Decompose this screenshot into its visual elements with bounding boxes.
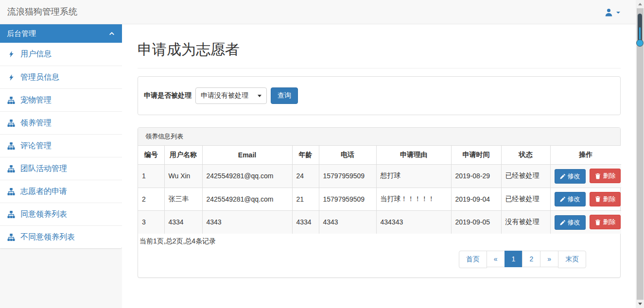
- column-header: 状态: [501, 146, 550, 165]
- sidebar-items: 用户信息 管理员信息: [0, 43, 122, 248]
- cell-name: 张三丰: [164, 188, 202, 211]
- pagination-button[interactable]: »: [540, 251, 558, 267]
- cell-email: 4343: [202, 211, 292, 234]
- top-navbar: 流浪猫狗管理系统: [0, 0, 636, 24]
- pencil-icon: [560, 173, 566, 179]
- sitemap-icon: [7, 234, 15, 241]
- cell-actions: 修改 删除: [550, 165, 621, 188]
- sidebar-item[interactable]: 评论管理: [0, 134, 122, 157]
- table-header-row: 编号用户名称Email年龄电话申请理由申请时间状态操作: [138, 146, 621, 165]
- bolt-icon: [8, 74, 15, 81]
- sidebar-item-label: 志愿者的申请: [20, 187, 67, 197]
- sidebar-item[interactable]: 不同意领养列表: [0, 225, 122, 248]
- filter-label: 申请是否被处理: [144, 91, 191, 100]
- list-panel: 领养信息列表 编号用户名称Email年龄电话申请理由申请时间状态操作 1 Wu …: [138, 127, 621, 278]
- sidebar-item-label: 不同意领养列表: [20, 232, 75, 242]
- panel-heading: 领养信息列表: [138, 128, 620, 146]
- cell-age: 4334: [292, 211, 319, 234]
- pencil-icon: [560, 196, 566, 202]
- cell-name: 4334: [164, 211, 202, 234]
- pagination: 首页«12»末页: [138, 246, 620, 277]
- cell-time: 2019-08-29: [451, 165, 501, 188]
- vertical-scrollbar[interactable]: [636, 0, 644, 308]
- user-icon: [605, 8, 613, 17]
- filter-panel: 申请是否被处理 申请没有被处理 查询: [138, 76, 621, 115]
- sidebar-item-label: 领养管理: [20, 118, 52, 128]
- column-header: 电话: [319, 146, 376, 165]
- cell-phone: 4343: [319, 211, 376, 234]
- sidebar-item-label: 宠物管理: [20, 95, 52, 105]
- processed-filter-select[interactable]: 申请没有被处理: [195, 87, 267, 104]
- cell-actions: 修改 删除: [550, 211, 621, 234]
- table-row: 1 Wu Xin 2425549281@qq.com 24 1579795950…: [138, 165, 621, 188]
- column-header: 申请理由: [376, 146, 451, 165]
- table-body: 1 Wu Xin 2425549281@qq.com 24 1579795950…: [138, 165, 621, 234]
- scrollbar-thumb-ball[interactable]: [636, 39, 644, 47]
- sidebar-item-label: 同意领养列表: [20, 209, 67, 220]
- processed-filter-value: 申请没有被处理: [201, 91, 248, 100]
- delete-button[interactable]: 删除: [590, 215, 621, 229]
- sidebar-item-label: 用户信息: [20, 49, 52, 59]
- pagination-button[interactable]: 2: [522, 251, 540, 267]
- scrollbar-thumb[interactable]: [638, 14, 642, 43]
- cell-id: 3: [138, 211, 164, 234]
- sidebar-item-label: 评论管理: [20, 141, 52, 151]
- applications-table: 编号用户名称Email年龄电话申请理由申请时间状态操作 1 Wu Xin 242…: [138, 146, 621, 234]
- sitemap-icon: [7, 165, 15, 172]
- select-caret-icon: [258, 95, 261, 97]
- pagination-button[interactable]: 1: [505, 251, 523, 267]
- pagination-button[interactable]: 末页: [558, 251, 586, 268]
- scrollbar-track[interactable]: [637, 8, 644, 300]
- delete-button[interactable]: 删除: [590, 169, 621, 183]
- cell-reason: 当打球！！！！！: [376, 188, 451, 211]
- chevron-up-icon: [108, 31, 115, 36]
- sidebar-item[interactable]: 同意领养列表: [0, 203, 122, 225]
- cell-phone: 15797959509: [319, 188, 376, 211]
- sitemap-icon: [7, 188, 15, 195]
- cell-age: 24: [292, 165, 319, 188]
- cell-phone: 15797959509: [319, 165, 376, 188]
- cell-age: 21: [292, 188, 319, 211]
- sidebar-item[interactable]: 用户信息: [0, 43, 122, 66]
- cell-email: 2425549281@qq.com: [202, 188, 292, 211]
- cell-status: 已经被处理: [501, 165, 550, 188]
- main-content: 申请成为志愿者 申请是否被处理 申请没有被处理 查询 领养信息列表 编号用户名称…: [122, 24, 636, 308]
- sidebar-item[interactable]: 领养管理: [0, 111, 122, 134]
- column-header: 编号: [138, 146, 164, 165]
- sitemap-icon: [7, 97, 15, 104]
- sidebar-item[interactable]: 团队活动管理: [0, 157, 122, 180]
- column-header: 操作: [550, 146, 621, 165]
- user-menu[interactable]: [605, 8, 620, 17]
- sidebar-item-label: 管理员信息: [20, 72, 59, 83]
- sidebar-item[interactable]: 管理员信息: [0, 66, 122, 88]
- column-header: Email: [202, 146, 292, 165]
- edit-button[interactable]: 修改: [555, 169, 586, 184]
- page-title: 申请成为志愿者: [138, 40, 621, 68]
- table-row: 3 4334 4343 4334 4343 434343 2019-09-05 …: [138, 211, 621, 234]
- column-header: 用户名称: [164, 146, 202, 165]
- edit-button[interactable]: 修改: [555, 192, 586, 206]
- caret-down-icon: [616, 12, 620, 14]
- sidebar-item[interactable]: 宠物管理: [0, 88, 122, 111]
- delete-button[interactable]: 删除: [590, 192, 621, 206]
- pagination-button[interactable]: 首页: [459, 251, 487, 268]
- cell-reason: 想打球: [376, 165, 451, 188]
- trash-icon: [595, 173, 601, 179]
- pagination-button[interactable]: «: [487, 251, 505, 267]
- table-row: 2 张三丰 2425549281@qq.com 21 15797959509 当…: [138, 188, 621, 211]
- sidebar-item[interactable]: 志愿者的申请: [0, 180, 122, 203]
- sitemap-icon: [7, 142, 15, 150]
- cell-id: 2: [138, 188, 164, 211]
- cell-time: 2019-09-05: [451, 211, 501, 234]
- trash-icon: [595, 219, 601, 225]
- cell-actions: 修改 删除: [550, 188, 621, 211]
- sidebar-item-label: 团队活动管理: [20, 164, 67, 174]
- search-button[interactable]: 查询: [271, 87, 298, 104]
- sidebar-header[interactable]: 后台管理: [0, 24, 122, 43]
- cell-status: 没有被处理: [501, 211, 550, 234]
- scroll-up-icon[interactable]: [638, 3, 642, 5]
- sidebar-header-label: 后台管理: [7, 29, 36, 38]
- scroll-down-icon[interactable]: [638, 303, 642, 305]
- edit-button[interactable]: 修改: [555, 215, 586, 230]
- column-header: 申请时间: [451, 146, 501, 165]
